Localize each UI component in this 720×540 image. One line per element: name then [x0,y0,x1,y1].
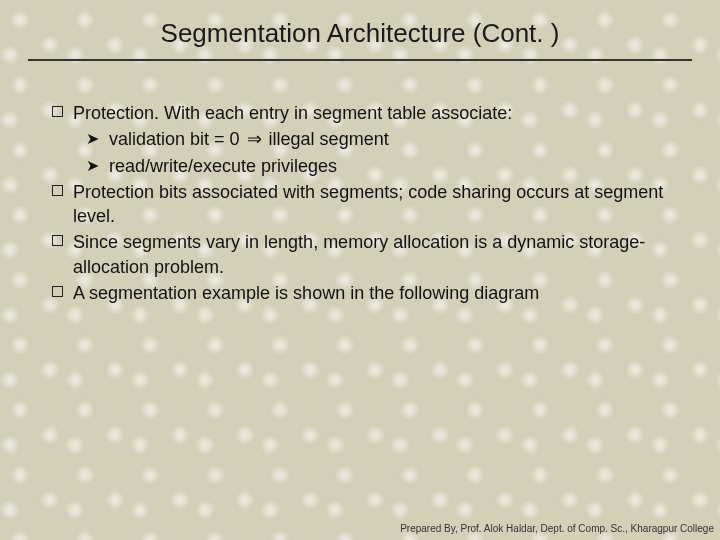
title-divider [28,59,692,61]
sub-bullet-text: read/write/execute privileges [109,154,337,178]
bullet-text: Protection. With each entry in segment t… [73,101,512,125]
bullet-item: A segmentation example is shown in the f… [52,281,668,305]
slide: Segmentation Architecture (Cont. ) Prote… [0,0,720,540]
content-area: Protection. With each entry in segment t… [28,101,692,305]
bullet-item: Protection bits associated with segments… [52,180,668,229]
slide-title: Segmentation Architecture (Cont. ) [28,18,692,49]
bullet-text: Since segments vary in length, memory al… [73,230,668,279]
sub-bullet-item: ➤ validation bit = 0 ⇒ illegal segment [86,127,668,151]
bullet-text: A segmentation example is shown in the f… [73,281,539,305]
bullet-item: Since segments vary in length, memory al… [52,230,668,279]
square-bullet-icon [52,235,63,246]
sub-bullet-item: ➤ read/write/execute privileges [86,154,668,178]
square-bullet-icon [52,106,63,117]
arrow-bullet-icon: ➤ [86,128,99,150]
bullet-text: Protection bits associated with segments… [73,180,668,229]
implies-symbol: ⇒ [245,129,264,149]
sub-bullet-text: validation bit = 0 ⇒ illegal segment [109,127,389,151]
bullet-item: Protection. With each entry in segment t… [52,101,668,125]
sub-text-pre: validation bit = 0 [109,129,245,149]
arrow-bullet-icon: ➤ [86,155,99,177]
square-bullet-icon [52,185,63,196]
footer-credit: Prepared By, Prof. Alok Haldar, Dept. of… [400,523,714,534]
sub-text-post: illegal segment [264,129,389,149]
square-bullet-icon [52,286,63,297]
